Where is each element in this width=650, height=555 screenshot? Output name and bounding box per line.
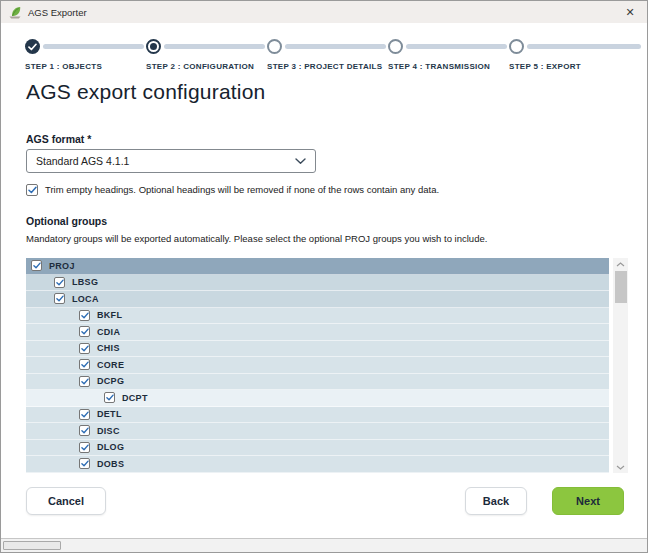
- group-checkbox[interactable]: [104, 392, 115, 403]
- group-checkbox[interactable]: [79, 409, 90, 420]
- check-icon: [81, 460, 89, 467]
- trim-empty-headings-option[interactable]: Trim empty headings. Optional headings w…: [26, 184, 439, 196]
- window-title: AGS Exporter: [28, 7, 87, 18]
- cancel-button[interactable]: Cancel: [26, 487, 106, 515]
- group-label: CORE: [97, 360, 124, 370]
- step-4-label: STEP 4 : TRANSMISSION: [388, 62, 490, 71]
- group-label: DISC: [97, 426, 120, 436]
- ags-format-value: Standard AGS 4.1.1: [36, 155, 129, 167]
- check-icon: [56, 279, 64, 286]
- optional-groups-tree: PROJ LBSG LOCA: [26, 258, 609, 473]
- tree-row[interactable]: LBSG: [26, 275, 609, 292]
- group-label: DCPG: [97, 376, 124, 386]
- step-5-label: STEP 5 : EXPORT: [509, 62, 581, 71]
- ags-exporter-window: AGS Exporter ✕ STEP 1 : OBJECTS STEP 2 :…: [0, 0, 648, 553]
- check-icon: [81, 378, 89, 385]
- stepper-connector: [164, 44, 265, 49]
- group-label: LBSG: [72, 277, 98, 287]
- scrollbar-thumb[interactable]: [615, 271, 627, 303]
- back-button[interactable]: Back: [465, 487, 527, 515]
- stepper-connector: [285, 44, 386, 49]
- app-leaf-icon: [8, 6, 22, 19]
- check-icon: [106, 394, 114, 401]
- trim-checkbox[interactable]: [26, 184, 38, 196]
- next-button[interactable]: Next: [552, 487, 624, 515]
- group-checkbox[interactable]: [79, 376, 90, 387]
- check-icon: [81, 427, 89, 434]
- check-icon: [81, 328, 89, 335]
- step-3-circle[interactable]: [267, 39, 282, 54]
- group-label: CHIS: [97, 343, 120, 353]
- group-label: DCPT: [122, 393, 148, 403]
- scrollbar-thumb[interactable]: [3, 541, 61, 550]
- group-label: BKFL: [97, 310, 122, 320]
- horizontal-scrollbar[interactable]: [1, 538, 647, 552]
- check-icon: [81, 345, 89, 352]
- ags-format-label: AGS format *: [26, 133, 91, 145]
- group-checkbox[interactable]: [31, 260, 42, 271]
- tree-row[interactable]: DISC: [26, 423, 609, 440]
- wizard-stepper: STEP 1 : OBJECTS STEP 2 : CONFIGURATION …: [1, 39, 647, 85]
- group-checkbox[interactable]: [79, 343, 90, 354]
- step-1-circle[interactable]: [25, 39, 40, 54]
- check-icon: [28, 186, 37, 194]
- group-label: DETL: [97, 409, 122, 419]
- titlebar: AGS Exporter ✕: [1, 1, 647, 23]
- close-icon[interactable]: ✕: [613, 1, 647, 23]
- check-icon: [81, 361, 89, 368]
- group-checkbox[interactable]: [79, 458, 90, 469]
- check-icon: [81, 411, 89, 418]
- tree-row[interactable]: CHIS: [26, 341, 609, 358]
- scroll-up-icon[interactable]: [613, 258, 628, 270]
- group-checkbox[interactable]: [54, 277, 65, 288]
- stepper-connector: [527, 44, 641, 49]
- tree-vertical-scrollbar[interactable]: [613, 258, 628, 473]
- group-checkbox[interactable]: [79, 359, 90, 370]
- tree-row[interactable]: DCPT: [26, 390, 609, 407]
- group-label: DLOG: [97, 442, 124, 452]
- group-checkbox[interactable]: [79, 310, 90, 321]
- tree-row[interactable]: DLOG: [26, 440, 609, 457]
- stepper-connector: [406, 44, 507, 49]
- tree-row[interactable]: BKFL: [26, 308, 609, 325]
- tree-row[interactable]: DOBS: [26, 456, 609, 473]
- group-checkbox[interactable]: [79, 442, 90, 453]
- chevron-down-icon: [295, 158, 306, 165]
- check-icon: [81, 444, 89, 451]
- trim-checkbox-label: Trim empty headings. Optional headings w…: [45, 184, 439, 196]
- step-3-label: STEP 3 : PROJECT DETAILS: [267, 62, 382, 71]
- tree-row[interactable]: CORE: [26, 357, 609, 374]
- group-checkbox[interactable]: [79, 326, 90, 337]
- check-icon: [28, 43, 37, 51]
- optional-groups-heading: Optional groups: [26, 215, 107, 227]
- check-icon: [56, 295, 64, 302]
- step-1-label: STEP 1 : OBJECTS: [25, 62, 102, 71]
- tree-row[interactable]: DCPG: [26, 374, 609, 391]
- optional-groups-description: Mandatory groups will be exported automa…: [26, 233, 487, 244]
- group-label: DOBS: [97, 459, 124, 469]
- group-checkbox[interactable]: [54, 293, 65, 304]
- step-2-circle[interactable]: [146, 39, 161, 54]
- scroll-down-icon[interactable]: [613, 461, 628, 473]
- tree-row[interactable]: PROJ: [26, 258, 609, 275]
- tree-row[interactable]: DETL: [26, 407, 609, 424]
- ags-format-select[interactable]: Standard AGS 4.1.1: [26, 149, 316, 173]
- page-title: AGS export configuration: [26, 80, 265, 104]
- check-icon: [81, 312, 89, 319]
- tree-row[interactable]: CDIA: [26, 324, 609, 341]
- check-icon: [33, 262, 41, 269]
- step-5-circle[interactable]: [509, 39, 524, 54]
- step-2-label: STEP 2 : CONFIGURATION: [146, 62, 254, 71]
- group-label: CDIA: [97, 327, 120, 337]
- stepper-connector: [43, 44, 144, 49]
- step-4-circle[interactable]: [388, 39, 403, 54]
- tree-row[interactable]: LOCA: [26, 291, 609, 308]
- group-label: LOCA: [72, 294, 99, 304]
- group-checkbox[interactable]: [79, 425, 90, 436]
- group-label: PROJ: [49, 261, 75, 271]
- main-content: STEP 1 : OBJECTS STEP 2 : CONFIGURATION …: [1, 23, 647, 540]
